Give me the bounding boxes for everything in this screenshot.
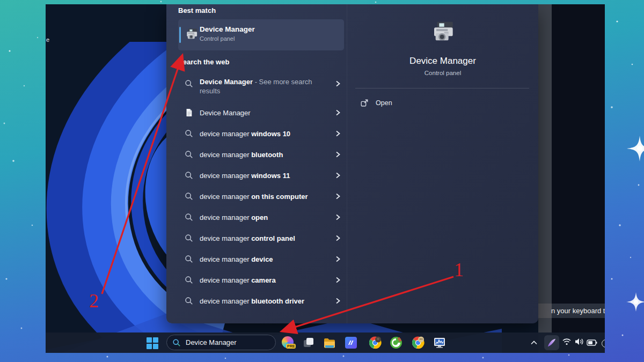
detail-title: Device Manager bbox=[347, 56, 538, 67]
green-browser-icon bbox=[390, 336, 402, 349]
chevron-right-icon bbox=[335, 151, 341, 158]
step-1-label: 1 bbox=[454, 258, 464, 281]
start-search-flyout: Best match Device Manager Control panel … bbox=[166, 4, 538, 323]
task-view-icon bbox=[302, 336, 315, 349]
performance-monitor-button[interactable] bbox=[433, 336, 446, 349]
chevron-right-icon bbox=[335, 172, 341, 179]
suggestion-windows-10[interactable]: device manager windows 10 bbox=[178, 123, 339, 144]
search-icon bbox=[185, 234, 193, 242]
battery-icon bbox=[587, 339, 597, 346]
best-match-header: Best match bbox=[178, 6, 216, 14]
chevron-right-icon bbox=[335, 277, 341, 283]
detail-subtitle: Control panel bbox=[347, 70, 538, 76]
chevron-right-icon bbox=[335, 235, 341, 241]
selection-accent-bar bbox=[179, 27, 181, 43]
search-icon bbox=[185, 129, 193, 138]
file-explorer-button[interactable] bbox=[323, 336, 336, 349]
tray-overflow-button[interactable] bbox=[530, 338, 543, 351]
suggestion-device[interactable]: device manager device bbox=[178, 248, 339, 269]
chrome-profile2-button[interactable] bbox=[412, 336, 425, 349]
start-button[interactable] bbox=[147, 337, 158, 349]
best-match-title: Device Manager bbox=[200, 25, 255, 33]
suggestion-camera[interactable]: device manager camera bbox=[178, 269, 339, 290]
chrome-icon bbox=[412, 336, 425, 349]
folder-icon bbox=[323, 336, 336, 349]
underlay-window bbox=[552, 4, 605, 353]
chevron-right-icon bbox=[335, 193, 341, 200]
search-icon bbox=[185, 297, 193, 305]
volume-status[interactable] bbox=[574, 337, 587, 350]
search-icon bbox=[172, 338, 181, 347]
chevron-right-icon bbox=[335, 130, 341, 137]
speaker-icon bbox=[574, 337, 584, 346]
suggestion-bluetooth-driver[interactable]: device manager bluetooth driver bbox=[178, 290, 339, 311]
suggestion-windows-11[interactable]: device manager windows 11 bbox=[178, 165, 339, 186]
search-icon bbox=[185, 276, 193, 284]
wifi-icon bbox=[562, 338, 572, 345]
suggestion-bluetooth[interactable]: device manager bluetooth bbox=[178, 144, 339, 165]
suggestion-document[interactable]: Device Manager bbox=[178, 102, 339, 123]
document-icon bbox=[185, 108, 193, 117]
taskbar: Device Manager PRE bbox=[46, 333, 605, 353]
copilot-button[interactable]: PRE bbox=[282, 336, 295, 349]
pen-menu-button[interactable] bbox=[544, 335, 559, 350]
search-icon bbox=[185, 213, 193, 221]
underlay-window-edge bbox=[538, 4, 552, 353]
open-action[interactable]: Open bbox=[360, 99, 392, 107]
chevron-right-icon bbox=[335, 109, 341, 116]
copilot-pre-badge: PRE bbox=[286, 344, 296, 349]
task-view-button[interactable] bbox=[302, 336, 315, 349]
best-match-result[interactable]: Device Manager Control panel bbox=[178, 19, 344, 50]
taskbar-search-text: Device Manager bbox=[186, 338, 237, 346]
external-link-icon bbox=[360, 99, 369, 107]
feather-pen-icon bbox=[547, 338, 557, 348]
battery-status[interactable] bbox=[587, 338, 599, 351]
search-web-header: Search the web bbox=[178, 58, 229, 66]
underlay-caption: n your keyboard to t bbox=[538, 304, 605, 318]
m-app-icon bbox=[345, 336, 357, 349]
suggestion-on-this-computer[interactable]: device manager on this computer bbox=[178, 186, 339, 206]
search-icon bbox=[185, 79, 193, 88]
taskbar-search-box[interactable]: Device Manager bbox=[166, 335, 276, 350]
m-app-button[interactable] bbox=[345, 336, 357, 349]
star-flare-icon bbox=[626, 136, 644, 312]
chevron-right-icon bbox=[335, 80, 341, 87]
desktop-icon-label-fragment: e bbox=[46, 36, 49, 43]
search-icon bbox=[185, 171, 193, 180]
result-detail-pane: Device Manager Control panel Open bbox=[347, 4, 538, 323]
chrome-profile1-button[interactable] bbox=[369, 336, 382, 349]
performance-monitor-icon bbox=[433, 336, 446, 349]
search-icon bbox=[185, 150, 193, 159]
chevron-right-icon bbox=[335, 256, 341, 262]
suggestion-see-more[interactable]: Device Manager - See more search results bbox=[178, 74, 339, 102]
captured-desktop: e n your keyboard to t Best match Device… bbox=[46, 4, 605, 353]
detail-divider bbox=[355, 88, 529, 88]
chevron-right-icon bbox=[335, 298, 341, 304]
suggestion-control-panel[interactable]: device manager control panel bbox=[178, 227, 339, 248]
step-2-label: 2 bbox=[89, 290, 99, 312]
search-icon bbox=[185, 192, 193, 201]
device-manager-icon-large bbox=[430, 20, 456, 46]
wifi-status[interactable] bbox=[562, 338, 575, 351]
device-manager-icon bbox=[185, 28, 199, 42]
chrome-icon bbox=[369, 336, 382, 349]
open-label: Open bbox=[376, 99, 392, 107]
chevron-right-icon bbox=[335, 214, 341, 220]
green-browser-button[interactable] bbox=[390, 336, 402, 349]
best-match-subtitle: Control panel bbox=[200, 35, 235, 42]
search-icon bbox=[185, 255, 193, 263]
suggestion-open[interactable]: device manager open bbox=[178, 206, 339, 227]
web-suggestions-list: Device Manager - See more search results… bbox=[178, 74, 339, 311]
chevron-up-icon bbox=[530, 340, 538, 345]
